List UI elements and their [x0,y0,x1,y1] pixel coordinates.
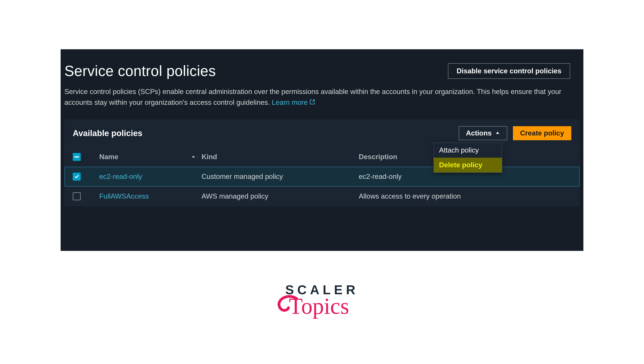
disable-scp-button[interactable]: Disable service control policies [448,63,570,79]
dropdown-item-attach-policy[interactable]: Attach policy [434,143,502,158]
caret-up-icon [495,129,500,137]
table-header-row: Name Kind Description [64,147,580,167]
policy-name-link[interactable]: ec2-read-only [99,173,202,181]
dropdown-item-delete-policy[interactable]: Delete policy [434,158,502,172]
sort-asc-icon [191,153,196,161]
logo-word-topics: Topics [289,297,368,315]
policies-table: Name Kind Description [64,147,580,206]
learn-more-label: Learn more [272,97,308,108]
aws-console-panel: Service control policies Disable service… [60,49,584,251]
actions-dropdown-menu: Attach policy Delete policy [433,143,502,173]
row-checkbox[interactable] [73,192,81,200]
panel-title: Available policies [73,129,142,138]
row-checkbox[interactable] [73,173,81,181]
policy-kind: AWS managed policy [202,192,359,200]
learn-more-link[interactable]: Learn more [272,97,315,108]
policy-description: ec2-read-only [359,173,571,181]
create-policy-button[interactable]: Create policy [513,126,571,140]
page-title: Service control policies [64,63,216,79]
column-header-name[interactable]: Name [99,153,202,161]
policy-kind: Customer managed policy [202,173,359,181]
select-all-checkbox[interactable] [73,153,81,161]
scaler-topics-logo: SCALER Topics [0,282,644,322]
table-row[interactable]: ec2-read-only Customer managed policy ec… [64,167,580,186]
policy-name-link[interactable]: FullAWSAccess [99,192,202,200]
actions-dropdown-button[interactable]: Actions [459,126,507,140]
column-description-label: Description [359,153,398,161]
column-kind-label: Kind [202,153,217,161]
external-link-icon [310,97,315,108]
actions-label: Actions [466,129,492,137]
available-policies-panel: Available policies Actions Create policy… [64,119,580,206]
page-description: Service control policies (SCPs) enable c… [60,79,584,108]
table-row[interactable]: FullAWSAccess AWS managed policy Allows … [64,186,580,206]
column-name-label: Name [99,153,118,161]
column-header-kind[interactable]: Kind [202,153,359,161]
policy-description: Allows access to every operation [359,192,571,200]
